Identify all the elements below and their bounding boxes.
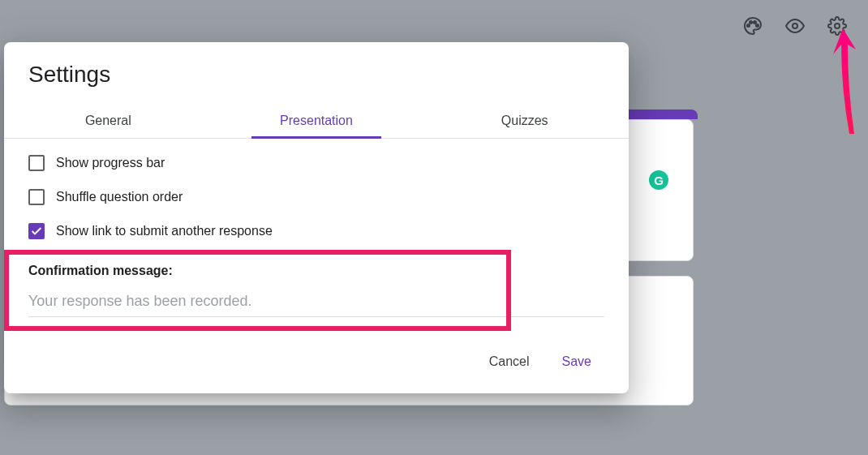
cancel-button[interactable]: Cancel — [476, 348, 543, 376]
tabs: General Presentation Quizzes — [4, 102, 629, 139]
tab-quizzes[interactable]: Quizzes — [420, 102, 629, 138]
svg-point-5 — [835, 24, 840, 28]
option-submit-another: Show link to submit another response — [28, 223, 604, 239]
svg-point-1 — [750, 21, 752, 24]
bg-form-header — [625, 109, 698, 119]
tab-presentation[interactable]: Presentation — [213, 102, 421, 138]
eye-icon[interactable] — [779, 10, 811, 42]
checkbox-submit-another[interactable] — [28, 223, 45, 239]
grammarly-badge: G — [649, 170, 668, 190]
dialog-title: Settings — [4, 42, 629, 102]
tab-general[interactable]: General — [4, 102, 213, 138]
confirmation-label: Confirmation message: — [28, 264, 604, 278]
svg-point-3 — [756, 24, 758, 27]
checkbox-show-progress-bar[interactable] — [28, 155, 45, 171]
top-toolbar — [737, 0, 868, 52]
save-button[interactable]: Save — [549, 348, 604, 376]
svg-point-0 — [747, 24, 750, 27]
option-show-progress-bar: Show progress bar — [28, 155, 604, 171]
label-show-progress-bar: Show progress bar — [56, 156, 165, 170]
svg-point-2 — [754, 21, 756, 24]
checkbox-shuffle-question-order[interactable] — [28, 189, 45, 205]
grammarly-label: G — [654, 174, 664, 187]
dialog-actions: Cancel Save — [4, 325, 629, 393]
confirmation-section: Confirmation message: — [28, 264, 604, 317]
option-shuffle-question-order: Shuffle question order — [28, 189, 604, 205]
svg-point-4 — [793, 24, 797, 28]
settings-dialog: Settings General Presentation Quizzes Sh… — [4, 42, 629, 393]
palette-icon[interactable] — [737, 10, 769, 42]
gear-icon[interactable] — [821, 10, 853, 42]
label-shuffle-question-order: Shuffle question order — [56, 190, 183, 204]
dialog-body: Show progress bar Shuffle question order… — [4, 139, 629, 325]
confirmation-input[interactable] — [28, 290, 604, 317]
label-submit-another: Show link to submit another response — [56, 224, 273, 238]
